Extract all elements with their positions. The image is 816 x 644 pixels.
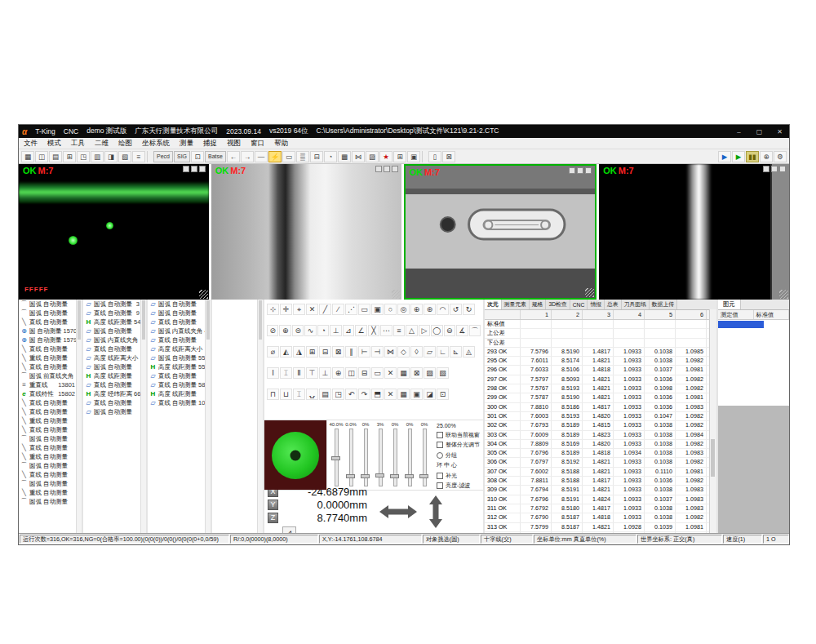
geometry-tool-icon[interactable]: ⋈ (384, 346, 397, 358)
light-slider-track[interactable] (364, 429, 368, 486)
table-row[interactable]: 307 OK7.60028.51881.48211.09330.11101.09… (485, 468, 716, 477)
measure-list-item[interactable]: H高度线距测量 (148, 389, 211, 398)
line-tool-button[interactable]: — (255, 151, 268, 162)
menu-item[interactable]: 视图 (222, 139, 246, 149)
menu-item[interactable]: 文件 (19, 139, 42, 149)
resize-grip-icon[interactable] (199, 290, 208, 299)
cam-zoom-icon[interactable] (375, 166, 382, 172)
cam-settings-icon[interactable] (392, 166, 398, 172)
measure-list-item[interactable]: ▱圆弧自动测量 (148, 300, 211, 309)
table-row[interactable]: 302 OK7.67938.51891.48151.09330.10381.09… (485, 421, 716, 430)
pattern-button[interactable]: ▧ (118, 151, 131, 162)
table-row[interactable]: 311 OK7.67928.51801.48171.09330.10381.09… (485, 504, 716, 513)
geometry-tool-icon[interactable]: ◳ (332, 389, 344, 400)
scrollbar[interactable] (140, 300, 146, 533)
frame-button[interactable]: ▣ (407, 151, 420, 162)
light-option[interactable]: 分组 (437, 451, 481, 460)
menu-item[interactable]: 坐标系统 (137, 139, 175, 149)
run-auto-button[interactable]: ▶ (732, 151, 745, 162)
geometry-tool-icon[interactable]: ⬒ (371, 389, 384, 400)
measure-list-item[interactable]: ⌒圆弧前直线夹角 (19, 371, 82, 380)
menu-item[interactable]: 二维 (90, 139, 113, 149)
geometry-tool-icon[interactable]: ∕ (332, 304, 344, 315)
menu-item[interactable]: 窗口 (246, 139, 269, 149)
light-slider[interactable]: 0% (419, 422, 430, 488)
rect-tool-button[interactable]: ▭ (282, 151, 295, 162)
geometry-tool-icon[interactable]: ⌶ (293, 389, 305, 400)
geometry-tool-icon[interactable]: Ⅰ (267, 367, 279, 379)
light-slider[interactable]: 0% (389, 422, 401, 488)
measure-list-item[interactable]: ⊕圆自动测量15794 (19, 335, 82, 344)
geometry-tool-icon[interactable]: ⊕ (332, 367, 344, 379)
measure-list-item[interactable]: ╲直线自动测量 (19, 318, 82, 326)
geometry-tool-icon[interactable]: ⊡ (437, 389, 449, 400)
table-tab[interactable]: 规格 (530, 300, 547, 309)
measure-list-item[interactable]: ▱高度线距离大小 (83, 353, 146, 362)
mark-button[interactable]: ★ (379, 151, 392, 162)
measure-list-item[interactable]: ≡重直线13801 (19, 380, 82, 389)
geometry-tool-icon[interactable]: ◮ (293, 346, 305, 358)
light-option[interactable]: 环 中 心 (437, 461, 481, 469)
cam-grid-icon[interactable] (577, 167, 583, 174)
measure-list-item[interactable]: ▱直线自动测量 (148, 335, 211, 344)
geometry-tool-icon[interactable]: ▱ (424, 346, 436, 358)
camera-view-1[interactable]: OKM:7 FFFFF (19, 164, 209, 300)
menu-item[interactable]: 帮助 (269, 139, 293, 149)
cam-settings-icon[interactable] (779, 166, 786, 172)
arc-tool-button[interactable]: ◔ (324, 151, 337, 162)
checkbox-icon[interactable] (437, 442, 443, 448)
jog-horizontal-icon[interactable] (379, 504, 418, 520)
geometry-tool-icon[interactable]: ▣ (371, 304, 384, 315)
run-once-button[interactable]: ▶ (718, 151, 731, 162)
geometry-tool-icon[interactable]: ⊟ (358, 367, 370, 379)
light-option[interactable]: 补光 (437, 472, 481, 480)
menu-item[interactable]: 工具 (66, 139, 90, 149)
table-row[interactable]: 305 OK7.67968.51891.48181.09340.10381.09… (485, 449, 716, 458)
geometry-tool-icon[interactable]: ⊖ (444, 325, 455, 336)
geometry-tool-icon[interactable]: ⊠ (332, 346, 344, 358)
new-file-button[interactable]: ▦ (21, 151, 34, 162)
geometry-tool-icon[interactable]: ∿ (304, 325, 316, 336)
measure-list-item[interactable]: ⌒圆弧自动测量 (19, 434, 82, 443)
scrollbar[interactable] (257, 300, 263, 533)
panel-toggle-button[interactable]: ◨ (104, 151, 118, 162)
tab-element[interactable]: 图元 (718, 300, 741, 309)
merge-button[interactable]: ⊟ (310, 151, 323, 162)
measure-list-item[interactable]: H高度线距测量54 (83, 318, 146, 326)
ring-light-preview[interactable] (264, 420, 326, 490)
geometry-tool-icon[interactable]: ⊣ (371, 346, 384, 358)
light-slider-thumb[interactable] (405, 474, 414, 478)
scrollbar-thumb[interactable] (142, 300, 145, 340)
measure-list-item[interactable]: ▱直线自动测量 (83, 398, 146, 407)
measure-list-item[interactable]: ▱直线自动测量101 (148, 398, 211, 407)
light-slider-track[interactable] (349, 429, 353, 486)
geometry-tool-icon[interactable]: ⋰ (345, 304, 357, 315)
batch-button[interactable]: Batse (205, 151, 226, 162)
cam-grid-icon[interactable] (771, 166, 778, 172)
scrollbar-thumb[interactable] (206, 300, 210, 340)
geometry-tool-icon[interactable]: ▦ (397, 389, 410, 400)
measure-list-item[interactable]: ▱圆弧自动测量55 (148, 353, 211, 362)
texture-button[interactable]: ▒ (296, 151, 309, 162)
measure-list-item[interactable]: ╲重线自动测量 (19, 416, 82, 425)
geometry-tool-icon[interactable]: ▧ (437, 367, 449, 379)
grid-view-button[interactable]: ⊞ (63, 151, 76, 162)
table-row[interactable]: 312 OK7.67908.51871.48181.09330.10381.09… (485, 513, 716, 522)
resize-grip-icon[interactable] (392, 290, 401, 299)
light-slider[interactable]: 0% (360, 422, 371, 488)
geometry-tool-icon[interactable]: ✕ (384, 389, 397, 400)
geometry-tool-icon[interactable]: ⊤ (306, 367, 318, 379)
geometry-tool-icon[interactable]: ∠ (355, 325, 366, 336)
light-slider[interactable]: 0.0% (345, 422, 357, 488)
light-slider-track[interactable] (335, 429, 339, 486)
geometry-tool-icon[interactable]: ⊕ (410, 304, 423, 315)
resize-grip-icon[interactable] (779, 290, 788, 299)
geometry-tool-icon[interactable]: ✕ (384, 367, 397, 379)
cam-settings-icon[interactable] (199, 166, 206, 172)
geometry-tool-icon[interactable]: ⊓ (267, 389, 279, 400)
cam-zoom-icon[interactable] (183, 166, 189, 172)
mesh-button[interactable]: ▩ (338, 151, 351, 162)
measure-list-item[interactable]: e直线特性15802 (19, 389, 82, 398)
resize-grip-icon[interactable] (585, 288, 594, 297)
measure-list-item[interactable]: ▱直线自动测量 (83, 380, 146, 389)
